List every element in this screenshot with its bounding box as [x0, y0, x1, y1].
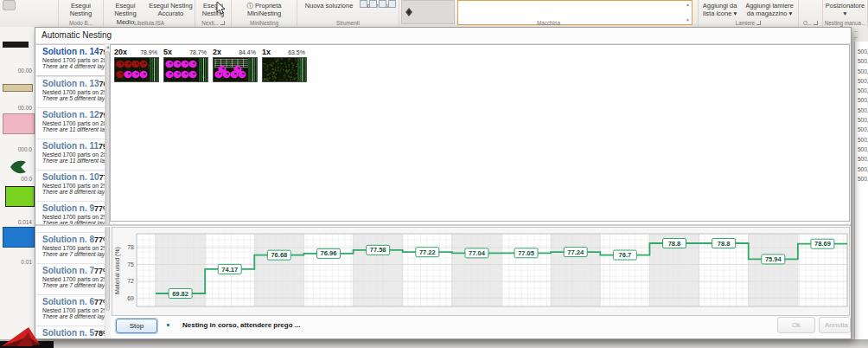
material-used-chart-panel: 6972757869.8274.1776.6876.9677.5877.2277… [112, 227, 850, 316]
solution-title: Solution n. 10 [42, 172, 99, 182]
status-bullet-icon [167, 324, 169, 326]
stop-button[interactable]: Stop [116, 319, 157, 333]
svg-text:75: 75 [127, 261, 134, 267]
tool-icon[interactable] [369, 0, 377, 8]
ribbon-button-label: Posizionatore ▾ [826, 2, 865, 17]
layout-thumbnail[interactable] [163, 57, 207, 82]
solution-efficiency: 77% [94, 267, 105, 275]
solution-title: Solution n. 7 [42, 266, 94, 275]
layout-preview-20x[interactable]: 20x78.9% [114, 48, 157, 82]
dialog-launcher-icon[interactable] [220, 21, 225, 25]
solution-title: Solution n. 11 [42, 141, 99, 151]
svg-text:77.24: 77.24 [567, 248, 584, 256]
svg-text:76.7: 76.7 [619, 251, 632, 259]
solution-title: Solution n. 5 [42, 328, 94, 338]
sheet-row: 500, 5 [855, 126, 868, 136]
ribbon-group-strumenti: Nuova soluzioneConfrontaStrumenti [297, 0, 399, 27]
layout-preview-5x[interactable]: 5x78.7% [163, 48, 207, 82]
solution-layouts-info: There are 8 different layouts [42, 313, 102, 319]
layout-thumbnail[interactable] [114, 57, 157, 82]
solution-layouts-info: There are 7 different layouts [42, 282, 102, 288]
status-message: Nesting in corso, attendere prego ... [182, 321, 300, 329]
solution-item-5[interactable]: Solution n. 578% [36, 325, 105, 338]
solution-layouts-info: There are 5 different layouts [42, 95, 102, 101]
solution-parts-info: Nested 1700 parts on 29 sheets [42, 89, 102, 95]
sheet-row: 500, 5 [855, 78, 868, 87]
solution-item-8[interactable]: Solution n. 877%Nested 1700 parts on 29 … [36, 232, 105, 263]
background-value: 0.01 [21, 259, 32, 265]
ribbon-group-label: Modo B... [59, 20, 103, 26]
background-value: 00.0 [21, 176, 32, 182]
tool-icon[interactable] [360, 0, 367, 8]
solution-title: Solution n. 12 [42, 110, 99, 119]
mouse-cursor-icon [216, 2, 227, 16]
ribbon-group-modo-b-: Esegui NestingModo B... [59, 0, 104, 27]
svg-text:76.68: 76.68 [271, 251, 287, 259]
svg-text:74.17: 74.17 [221, 266, 238, 274]
layout-previews: 20x78.9%5x78.7%2x84.4%1x63.5% [114, 48, 305, 82]
ribbon-button-esegui-nesting[interactable]: Esegui Nesting [59, 1, 103, 19]
solution-title: Solution n. 6 [42, 297, 94, 306]
ok-button[interactable]: Ok [777, 317, 815, 333]
ribbon-toolbar: Esegui NestingModo B...Esegui Nesting Me… [0, 0, 868, 28]
ribbon-button-label: Aggiungi da lista icone ▾ [703, 2, 737, 17]
sheet-row: 500, 5 [855, 176, 868, 185]
layout-efficiency: 78.9% [140, 49, 157, 55]
layout-preview-2x[interactable]: 2x84.4% [213, 48, 256, 82]
sheet-row: 500, 5 [855, 146, 868, 156]
ribbon-button-label: Esegui Nesting Accurato [149, 2, 192, 17]
ribbon-button-label: Esegui Nesting [70, 2, 92, 17]
solution-title: Solution n. 8 [42, 235, 94, 244]
background-sheet-list-panel: − ⌐ 500, 5500, 5500, 5500, 5500, 5500, 5… [852, 27, 868, 348]
part-swatch-green [5, 186, 35, 207]
solution-item-11[interactable]: Solution n. 1179%Nested 1700 parts on 28… [36, 139, 105, 170]
ribbon-group-lamiere: Aggiungi da lista icone ▾Aggiungi lamier… [699, 0, 799, 27]
ribbon-button-propriet-mininesting[interactable]: ⓘ Proprietà MiniNesting [232, 1, 297, 19]
solution-item-14[interactable]: Solution n. 1479%Nested 1700 parts on 28… [36, 44, 105, 76]
solution-item-10[interactable]: Solution n. 1077%Nested 1700 parts on 29… [36, 170, 105, 201]
tool-icon[interactable] [388, 0, 396, 8]
tool-icon[interactable] [379, 0, 386, 8]
layout-thumbnail[interactable] [213, 57, 256, 82]
app-mini-icon [3, 0, 16, 10]
solution-item-9[interactable]: Solution n. 977%Nested 1700 parts on 29 … [36, 201, 105, 232]
ribbon-button-aggiungi-lamiere-da-magazzino[interactable]: Aggiungi lamiere da magazzino ▾ [741, 1, 798, 19]
svg-text:76.96: 76.96 [321, 249, 337, 257]
svg-text:77.22: 77.22 [419, 248, 436, 256]
solution-efficiency: 78% [94, 329, 105, 338]
dialog-launcher-icon[interactable] [814, 21, 818, 25]
dialog-title: Automatic Nesting [41, 30, 112, 40]
solution-parts-info: Nested 1700 parts on 29 sheets [42, 276, 102, 282]
background-parts-panel: 00.0000.00000.000.00.0140.01 [0, 27, 35, 348]
svg-text:77.05: 77.05 [518, 249, 534, 257]
automatic-nesting-dialog: Automatic Nesting Solution n. 1479%Neste… [35, 27, 852, 339]
solution-layouts-info: There are 11 different layouts [42, 158, 102, 164]
ribbon-group-nesting-manua-: Posizionatore ▾Nesting manua... [823, 0, 868, 27]
svg-text:69.82: 69.82 [172, 290, 188, 298]
svg-text:72: 72 [127, 278, 134, 284]
ribbon-button-aggiungi-da-lista-icone[interactable]: Aggiungi da lista icone ▾ [699, 1, 741, 19]
dialog-launcher-icon[interactable] [756, 21, 761, 25]
sheet-row: 500, 5 [855, 107, 868, 117]
solutions-list[interactable]: Solution n. 1479%Nested 1700 parts on 28… [36, 44, 105, 338]
nesting-preview-canvas: 20x78.9%5x78.7%2x84.4%1x63.5% [110, 44, 850, 222]
solution-item-7[interactable]: Solution n. 777%Nested 1700 parts on 29 … [36, 263, 105, 294]
solution-item-12[interactable]: Solution n. 1279%Nested 1700 parts on 28… [36, 107, 105, 139]
ribbon-group-libellula-isa: Esegui Nesting MedioEsegui Nesting Accur… [104, 0, 195, 27]
sheet-row: 500, 5 [855, 166, 868, 176]
layout-thumbnail[interactable] [262, 57, 305, 82]
ribbon-group-label: Nesting manua... [823, 20, 867, 26]
svg-text:78.8: 78.8 [718, 240, 731, 248]
cancel-button[interactable]: Annulla [819, 317, 851, 333]
svg-text:75.94: 75.94 [765, 255, 782, 263]
ribbon-button-posizionatore[interactable]: Posizionatore ▾ [823, 1, 867, 19]
solution-parts-info: Nested 1700 parts on 29 sheets [42, 183, 102, 189]
solution-item-6[interactable]: Solution n. 677%Nested 1700 parts on 29 … [36, 294, 105, 325]
spinner-up-icon[interactable]: ▲ [686, 3, 690, 7]
solution-item-13[interactable]: Solution n. 1376%Nested 1700 parts on 29… [36, 76, 105, 107]
layout-efficiency: 84.4% [239, 49, 256, 55]
layout-preview-1x[interactable]: 1x63.5% [262, 48, 305, 82]
solution-layouts-info: There are 11 different layouts [42, 126, 102, 132]
window-bottom-edge [0, 339, 868, 348]
ribbon-button-nuova-soluzione[interactable]: Nuova soluzione [303, 1, 354, 10]
